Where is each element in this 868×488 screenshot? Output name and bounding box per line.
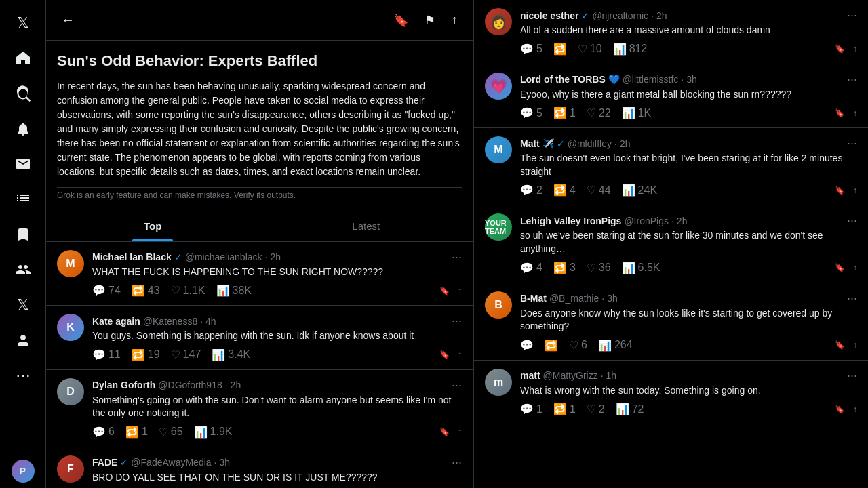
retweet-action[interactable]: 🔁	[545, 339, 558, 352]
tweet-name: Dylan Goforth	[92, 380, 155, 390]
share-icon[interactable]: ↑	[853, 405, 857, 414]
views-action[interactable]: 📊 3.4K	[212, 348, 250, 361]
sidebar-notifications[interactable]	[7, 113, 39, 145]
share-icon[interactable]: ↑	[458, 350, 462, 359]
tweet-more-button[interactable]: ···	[847, 369, 857, 383]
tab-latest[interactable]: Latest	[260, 211, 473, 241]
tweet-more-button[interactable]: ···	[452, 250, 462, 264]
retweet-action[interactable]: 🔁 19	[132, 348, 160, 361]
tweet-user: Matt ✈️ ✓ @mldiffley · 2h	[520, 138, 630, 149]
views-action[interactable]: 📊 24K	[622, 184, 657, 197]
tweet-row[interactable]: 💗 Lord of the TORBS 💙 @littlemisstfc · 3…	[474, 64, 868, 129]
views-action[interactable]: 📊 264	[598, 339, 633, 352]
like-action[interactable]: ♡ 147	[171, 348, 201, 361]
retweet-action[interactable]: 🔁	[553, 43, 567, 56]
save-icon[interactable]: 🔖	[835, 405, 845, 414]
tweet-row[interactable]: F FADE ✓ @FadeAwayMedia · 3h ··· BRO DO …	[46, 447, 473, 488]
like-action[interactable]: ♡ 44	[587, 184, 611, 197]
tweet-row[interactable]: D Dylan Goforth @DGoforth918 · 2h ··· So…	[46, 370, 473, 447]
like-action[interactable]: ♡ 36	[587, 262, 611, 274]
retweet-count: 3	[570, 262, 576, 274]
back-button[interactable]: ←	[57, 8, 79, 32]
tweet-more-button[interactable]: ···	[847, 136, 857, 150]
retweet-action[interactable]: 🔁 43	[132, 284, 160, 297]
share-icon[interactable]: ↑	[853, 340, 857, 350]
sidebar-messages[interactable]	[7, 148, 39, 180]
tweet-row[interactable]: M Michael Ian Black ✓ @michaelianblack ·…	[46, 242, 473, 306]
tab-top[interactable]: Top	[46, 211, 260, 241]
save-icon[interactable]: 🔖	[439, 286, 450, 296]
save-icon[interactable]: 🔖	[835, 263, 845, 272]
views-action[interactable]: 📊 72	[616, 403, 644, 415]
reply-action[interactable]: 💬 6	[92, 426, 115, 439]
share-icon[interactable]: ↑	[853, 263, 857, 272]
share-icon[interactable]: ↑	[448, 9, 462, 31]
tweet-row[interactable]: m matt @MattyGrizz · 1h ··· What is wron…	[474, 361, 868, 425]
tweet-more-button[interactable]: ···	[847, 291, 857, 306]
sidebar-x-logo[interactable]: 𝕏	[7, 7, 39, 39]
share-icon[interactable]: ↑	[853, 108, 857, 118]
sidebar-home[interactable]	[7, 42, 39, 75]
tweet-row[interactable]: K Kate again @Kateness8 · 4h ··· You guy…	[46, 306, 473, 370]
reply-action[interactable]: 💬 5	[520, 43, 542, 56]
reply-action[interactable]: 💬 11	[92, 348, 121, 361]
save-icon[interactable]: 🔖	[835, 44, 845, 54]
bookmark-icon[interactable]: 🔖	[389, 9, 412, 32]
reply-action[interactable]: 💬 5	[520, 106, 542, 119]
reply-action[interactable]: 💬 74	[92, 284, 121, 297]
flag-icon[interactable]: ⚑	[420, 9, 439, 32]
like-action[interactable]: ♡ 6	[569, 339, 587, 352]
tweet-actions: 💬 4 🔁 3 ♡ 36 📊 6.5K	[520, 262, 857, 274]
share-icon[interactable]: ↑	[458, 427, 462, 436]
retweet-icon: 🔁	[553, 184, 567, 197]
save-icon[interactable]: 🔖	[439, 427, 450, 436]
sidebar-profile[interactable]	[7, 324, 39, 357]
views-count: 72	[632, 403, 644, 415]
reply-action[interactable]: 💬	[520, 339, 534, 352]
tweet-more-button[interactable]: ···	[847, 8, 857, 22]
share-icon[interactable]: ↑	[458, 286, 462, 296]
reply-action[interactable]: 💬 1	[520, 403, 542, 415]
save-icon[interactable]: 🔖	[439, 350, 450, 359]
like-action[interactable]: ♡ 1.1K	[171, 284, 205, 297]
sidebar-communities[interactable]	[7, 253, 39, 286]
save-icon[interactable]: 🔖	[835, 340, 845, 350]
tweet-more-button[interactable]: ···	[452, 378, 462, 392]
views-action[interactable]: 📊 38K	[216, 284, 252, 297]
sidebar-premium[interactable]: 𝕏	[7, 289, 39, 321]
views-action[interactable]: 📊 812	[613, 43, 648, 56]
reply-action[interactable]: 💬 4	[520, 262, 542, 274]
share-icon[interactable]: ↑	[853, 44, 857, 54]
retweet-action[interactable]: 🔁 4	[553, 184, 576, 197]
tweet-more-button[interactable]: ···	[847, 73, 857, 87]
like-action[interactable]: ♡ 22	[587, 106, 611, 119]
retweet-action[interactable]: 🔁 1	[125, 426, 148, 439]
tweet-row[interactable]: 👩 nicole esther ✓ @njrealtornic · 2h ···…	[474, 0, 868, 64]
sidebar-search[interactable]	[7, 77, 39, 110]
tweet-more-button[interactable]: ···	[452, 314, 462, 328]
tweet-actions: 💬 🔁 ♡ 6 📊 264 🔖 ↑	[520, 339, 857, 352]
user-avatar[interactable]: P	[12, 460, 35, 483]
retweet-action[interactable]: 🔁 3	[553, 262, 576, 274]
sidebar-bookmarks[interactable]	[7, 218, 39, 251]
like-action[interactable]: ♡ 65	[159, 426, 183, 439]
views-action[interactable]: 📊 1K	[622, 106, 652, 119]
tweet-more-button[interactable]: ···	[452, 455, 462, 470]
like-action[interactable]: ♡ 10	[578, 43, 602, 56]
save-icon[interactable]: 🔖	[835, 186, 845, 195]
views-action[interactable]: 📊 1.9K	[194, 426, 233, 439]
sidebar-more[interactable]: ⋯	[7, 359, 39, 392]
views-action[interactable]: 📊 6.5K	[622, 262, 660, 274]
reply-action[interactable]: 💬 2	[520, 184, 542, 197]
tweet-more-button[interactable]: ···	[847, 214, 857, 228]
tweet-content: FADE ✓ @FadeAwayMedia · 3h ··· BRO DO YA…	[92, 455, 462, 488]
like-action[interactable]: ♡ 2	[587, 403, 605, 415]
tweet-row[interactable]: YOUR TEAM Lehigh Valley IronPigs @IronPi…	[474, 205, 868, 283]
share-icon[interactable]: ↑	[853, 186, 857, 195]
tweet-row[interactable]: M Matt ✈️ ✓ @mldiffley · 2h ··· The sun …	[474, 128, 868, 205]
tweet-row[interactable]: B B-Mat @B_mathie · 3h ··· Does anyone k…	[474, 283, 868, 361]
sidebar-lists[interactable]	[7, 183, 39, 216]
retweet-action[interactable]: 🔁 1	[553, 106, 576, 119]
retweet-action[interactable]: 🔁 1	[553, 403, 576, 415]
save-icon[interactable]: 🔖	[835, 108, 845, 118]
